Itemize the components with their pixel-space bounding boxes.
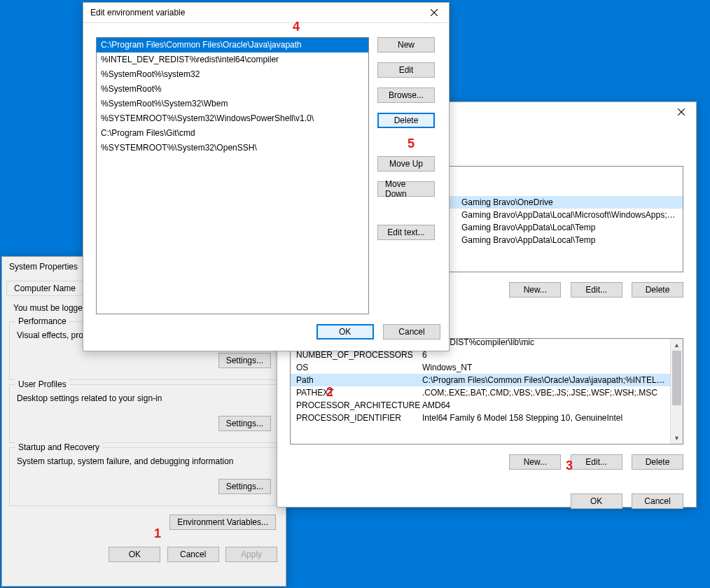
browse-button[interactable]: Browse... <box>377 88 435 103</box>
annotation-4: 4 <box>293 20 300 34</box>
move-up-button[interactable]: Move Up <box>377 156 435 172</box>
scrollbar[interactable]: ▲ ▼ <box>670 339 683 444</box>
path-entry[interactable]: C:\Program Files\Git\cmd <box>97 126 368 141</box>
user-edit-button[interactable]: Edit... <box>571 282 622 298</box>
environment-variables-button[interactable]: Environment Variables... <box>169 514 276 530</box>
startup-text: System startup, system failure, and debu… <box>17 456 271 466</box>
edit-button[interactable]: Edit <box>377 62 435 78</box>
annotation-1: 1 <box>154 526 161 541</box>
sysprop-apply-button[interactable]: Apply <box>225 547 277 562</box>
sysprop-ok-button[interactable]: OK <box>109 547 160 562</box>
envvars-cancel-button[interactable]: Cancel <box>632 493 683 509</box>
sys-new-button[interactable]: New... <box>509 454 561 470</box>
sys-var-row[interactable]: PATHEXT.COM;.EXE;.BAT;.CMD;.VBS;.VBE;.JS… <box>291 386 671 399</box>
user-profiles-group: User Profiles Desktop settings related t… <box>9 384 279 443</box>
user-delete-button[interactable]: Delete <box>632 282 683 298</box>
tab-computer-name[interactable]: Computer Name <box>6 281 83 295</box>
move-down-button[interactable]: Move Down <box>377 181 435 197</box>
path-entry[interactable]: %SystemRoot% <box>97 82 368 97</box>
user-profiles-text: Desktop settings related to your sign-in <box>17 393 271 403</box>
system-variables-list[interactable]: EV_REDIST%compiler\lib\micNUMBER_OF_PROC… <box>290 338 683 444</box>
path-entry[interactable]: %SYSTEMROOT%\System32\OpenSSH\ <box>97 141 368 155</box>
new-button[interactable]: New <box>377 37 435 52</box>
annotation-5: 5 <box>408 136 415 151</box>
performance-settings-button[interactable]: Settings... <box>218 353 271 368</box>
user-new-button[interactable]: New... <box>509 282 561 298</box>
user-profiles-legend: User Profiles <box>15 379 69 389</box>
startup-legend: Startup and Recovery <box>15 442 102 452</box>
scroll-thumb[interactable] <box>672 351 681 405</box>
sys-delete-button[interactable]: Delete <box>632 454 683 470</box>
system-properties-title: System Properties <box>9 262 78 272</box>
scroll-up-icon[interactable]: ▲ <box>671 339 683 351</box>
path-entry[interactable]: %INTEL_DEV_REDIST%redist\intel64\compile… <box>97 52 368 67</box>
path-entries-list[interactable]: C:\Program Files\Common Files\Oracle\Jav… <box>96 37 369 314</box>
close-icon[interactable] <box>424 5 445 20</box>
sys-var-row[interactable]: OSWindows_NT <box>291 361 671 374</box>
scroll-down-icon[interactable]: ▼ <box>671 432 683 444</box>
edit-env-title: Edit environment variable <box>90 8 185 18</box>
sys-var-row[interactable]: PROCESSOR_ARCHITECTUREAMD64 <box>291 399 671 412</box>
sys-var-row[interactable]: PathC:\Program Files\Common Files\Oracle… <box>291 374 671 386</box>
sys-edit-button[interactable]: Edit... <box>571 454 622 470</box>
sysprop-cancel-button[interactable]: Cancel <box>167 547 219 562</box>
edit-env-titlebar[interactable]: Edit environment variable <box>83 3 449 23</box>
user-profiles-settings-button[interactable]: Settings... <box>218 416 271 431</box>
edit-env-ok-button[interactable]: OK <box>316 324 374 340</box>
performance-legend: Performance <box>15 316 69 326</box>
startup-group: Startup and Recovery System startup, sys… <box>9 447 279 506</box>
annotation-2: 2 <box>326 385 333 400</box>
startup-settings-button[interactable]: Settings... <box>218 479 271 494</box>
annotation-3: 3 <box>566 458 573 473</box>
close-icon[interactable] <box>671 104 692 120</box>
path-entry[interactable]: %SystemRoot%\system32 <box>97 67 368 82</box>
envvars-ok-button[interactable]: OK <box>571 493 622 509</box>
edit-text-button[interactable]: Edit text... <box>377 225 435 240</box>
delete-button[interactable]: Delete <box>377 113 435 128</box>
edit-env-cancel-button[interactable]: Cancel <box>383 324 440 340</box>
edit-env-var-window: Edit environment variable C:\Program Fil… <box>83 2 450 351</box>
path-entry[interactable]: C:\Program Files\Common Files\Oracle\Jav… <box>97 38 368 52</box>
sys-var-row[interactable]: PROCESSOR_IDENTIFIERIntel64 Family 6 Mod… <box>291 412 671 424</box>
path-entry[interactable]: %SYSTEMROOT%\System32\WindowsPowerShell\… <box>97 111 368 126</box>
path-entry[interactable]: %SystemRoot%\System32\Wbem <box>97 97 368 111</box>
